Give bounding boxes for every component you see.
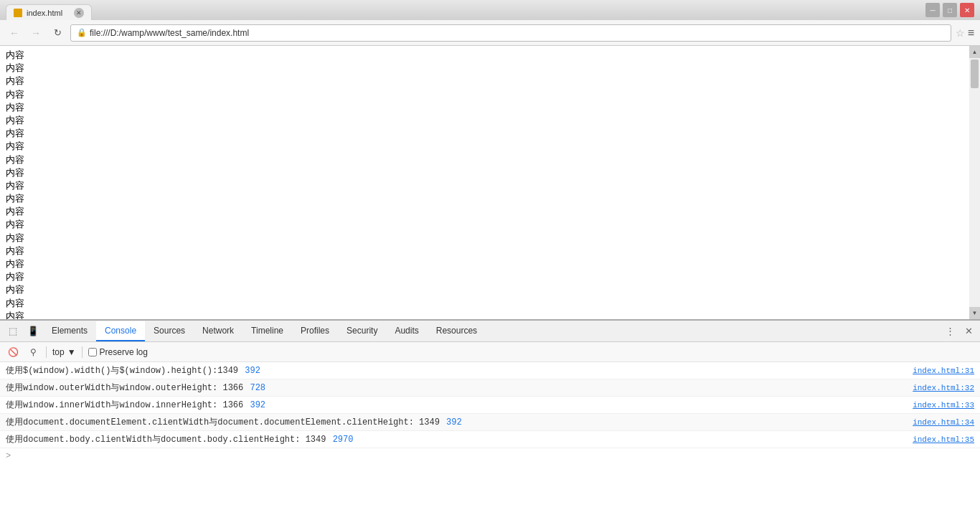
content-line: 内容 [6,270,963,283]
address-right: ☆ ≡ [956,27,974,39]
toolbar-separator-2 [82,346,83,358]
scroll-up-arrow[interactable]: ▲ [969,46,980,58]
devtools-toolbar: 🚫 ⚲ top ▼ Preserve log [0,342,980,362]
log-link[interactable]: index.html:31 [901,367,974,375]
devtools-inspect-icon[interactable]: ⬚ [3,321,23,341]
url-text: file:///D:/wamp/www/test_same/index.html [90,28,249,38]
content-line: 内容 [6,218,963,231]
devtools-actions: ⋮ ✕ [941,323,977,340]
log-link[interactable]: index.html:32 [901,384,974,392]
scrollbar[interactable]: ▲ ▼ [969,46,980,319]
preserve-log-text: Preserve log [100,347,148,357]
devtools-panel: ⬚ 📱 Elements Console Sources Network Tim… [0,319,980,520]
title-bar: index.html ✕ ─ □ ✕ [0,0,980,20]
maximize-button[interactable]: □ [943,3,957,17]
content-line: 内容 [6,179,963,192]
content-line: 内容 [6,205,963,218]
page-inner: 内容内容内容内容内容内容内容内容内容内容内容内容内容内容内容内容内容内容内容内容… [0,46,969,319]
tab-strip: index.html ✕ [6,0,925,20]
log-text: 使用window.innerWidth与window.innerHeight: … [6,399,901,411]
log-text: 使用$(window).width()与$(window).height():1… [6,364,901,377]
content-line: 内容 [6,192,963,205]
page-content: 内容内容内容内容内容内容内容内容内容内容内容内容内容内容内容内容内容内容内容内容… [0,46,980,319]
preserve-log-checkbox[interactable] [88,348,97,356]
log-link[interactable]: index.html:35 [901,435,974,444]
tab-close-button[interactable]: ✕ [74,8,84,18]
log-number: 2970 [333,435,354,445]
scroll-down-arrow[interactable]: ▼ [969,307,980,319]
content-line: 内容 [6,283,963,296]
content-line: 内容 [6,127,963,140]
log-number: 728 [250,383,265,393]
console-log[interactable]: 使用$(window).width()与$(window).height():1… [0,362,980,520]
log-entry: 使用$(window).width()与$(window).height():1… [0,362,980,379]
prompt-arrow-icon: > [6,451,11,461]
browser-tab[interactable]: index.html ✕ [6,4,92,20]
tab-security[interactable]: Security [338,321,386,341]
content-line: 内容 [6,245,963,257]
console-clear-button[interactable]: 🚫 [6,345,20,359]
devtools-tabs: ⬚ 📱 Elements Console Sources Network Tim… [0,321,980,342]
browser-content: 内容内容内容内容内容内容内容内容内容内容内容内容内容内容内容内容内容内容内容内容… [0,46,980,520]
scroll-thumb[interactable] [971,60,979,88]
tab-favicon [14,9,22,17]
back-button[interactable]: ← [6,24,23,42]
tab-elements[interactable]: Elements [43,321,96,341]
content-line: 内容 [6,257,963,270]
minimize-button[interactable]: ─ [925,3,940,17]
tab-timeline[interactable]: Timeline [242,321,292,341]
context-selector[interactable]: top ▼ [52,347,76,357]
toolbar-separator [46,346,47,358]
content-line: 内容 [6,114,963,127]
log-text: 使用document.body.clientWidth与document.bod… [6,433,901,445]
log-entry: 使用document.documentElement.clientWidth与d… [0,414,980,431]
context-arrow-icon: ▼ [67,347,76,357]
window-controls: ─ □ ✕ [925,3,974,17]
refresh-button[interactable]: ↻ [49,24,66,42]
close-button[interactable]: ✕ [960,3,974,17]
log-link[interactable]: index.html:34 [901,418,974,427]
content-line: 内容 [6,232,963,245]
content-line: 内容 [6,140,963,153]
content-line: 内容 [6,166,963,179]
address-bar: ← → ↻ 🔒 file:///D:/wamp/www/test_same/in… [0,20,980,46]
log-text: 使用window.outerWidth与window.outerHeight: … [6,382,901,394]
console-prompt[interactable]: > [0,448,980,464]
content-line: 内容 [6,101,963,114]
log-link[interactable]: index.html:33 [901,401,974,410]
tab-audits[interactable]: Audits [386,321,427,341]
log-number: 392 [446,417,462,427]
log-entry: 使用document.body.clientWidth与document.bod… [0,431,980,448]
content-line: 内容 [6,75,963,88]
tab-network[interactable]: Network [194,321,242,341]
tab-title: index.html [27,9,62,17]
content-line: 内容 [6,310,963,319]
menu-icon[interactable]: ≡ [968,27,974,39]
lock-icon: 🔒 [77,28,87,37]
context-label: top [52,347,65,357]
url-bar[interactable]: 🔒 file:///D:/wamp/www/test_same/index.ht… [70,24,951,42]
content-line: 内容 [6,62,963,75]
devtools-close-button[interactable]: ✕ [960,323,977,340]
content-line: 内容 [6,88,963,101]
log-entry: 使用window.outerWidth与window.outerHeight: … [0,379,980,397]
content-line: 内容 [6,49,963,62]
console-filter-button[interactable]: ⚲ [26,345,40,359]
content-line: 内容 [6,153,963,166]
log-text: 使用document.documentElement.clientWidth与d… [6,416,901,428]
forward-button[interactable]: → [27,24,44,42]
devtools-phone-icon[interactable]: 📱 [23,321,43,341]
scroll-track[interactable] [969,58,980,307]
preserve-log-label[interactable]: Preserve log [88,347,148,357]
tab-resources[interactable]: Resources [428,321,486,341]
bookmark-icon[interactable]: ☆ [956,27,965,39]
tab-sources[interactable]: Sources [145,321,194,341]
tab-console[interactable]: Console [96,321,145,341]
log-entry: 使用window.innerWidth与window.innerHeight: … [0,397,980,414]
devtools-more-button[interactable]: ⋮ [941,323,958,340]
content-line: 内容 [6,297,963,310]
tab-profiles[interactable]: Profiles [292,321,338,341]
log-number: 392 [245,366,260,376]
log-number: 392 [250,400,265,410]
